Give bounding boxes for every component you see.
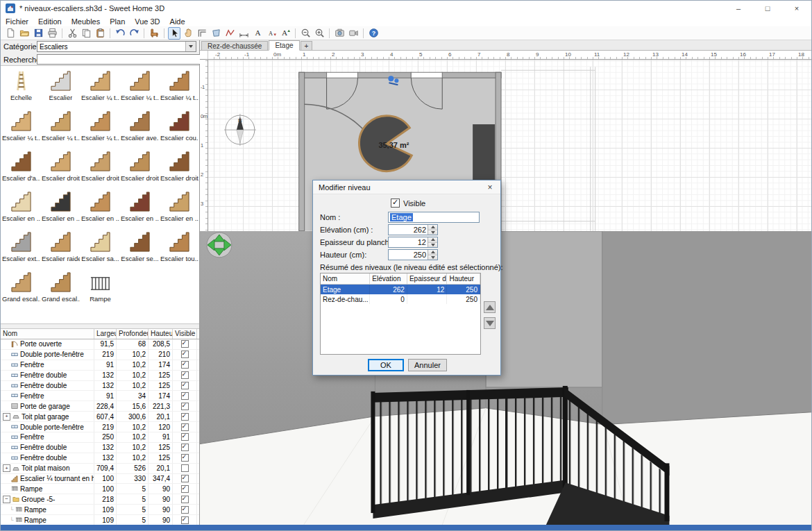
column-header-profondeur[interactable]: Profondeur (117, 329, 149, 339)
furniture-row-double-porte-fen-tre-1[interactable]: Double porte-fenêtre21910,2210 (1, 350, 199, 360)
catalog-item-escalier-t-4[interactable]: Escalier ¼ t... (160, 66, 199, 106)
create-polylines-button[interactable] (223, 27, 236, 40)
dialog-close-button[interactable]: × (480, 180, 500, 194)
visible-checkbox[interactable] (181, 403, 189, 410)
furniture-row-fen-tre-double-4[interactable]: Fenêtre double13210,2125 (1, 381, 199, 391)
visible-checkbox[interactable] (181, 506, 189, 514)
furniture-row-rampe-16[interactable]: └Rampe109590 (1, 505, 199, 515)
decrease-text-size-button[interactable]: A (265, 27, 278, 40)
visible-checkbox[interactable] (181, 351, 189, 358)
catalog-item-escalier-t-2[interactable]: Escalier ¼ t... (81, 66, 120, 106)
minimize-button[interactable]: – (724, 1, 753, 16)
levels-column-epaisseur-d[interactable]: Epaisseur d... (407, 273, 448, 284)
visible-checkbox[interactable] (181, 454, 189, 462)
move-level-up-button[interactable] (484, 301, 496, 313)
furniture-row-groupe-5-15[interactable]: −Groupe -5-218590 (1, 494, 199, 505)
furniture-row-rampe-17[interactable]: └Rampe109590 (1, 515, 199, 525)
levels-column-el-vation[interactable]: Elévation (370, 273, 407, 284)
navigation-pad[interactable] (207, 233, 232, 258)
spinner-up-button[interactable] (428, 250, 437, 255)
menu-plan[interactable]: Plan (105, 17, 130, 26)
visible-checkbox[interactable] (181, 516, 189, 524)
save-plan-button[interactable] (32, 27, 44, 40)
catalog-item-escalier-t-6[interactable]: Escalier ¼ t... (41, 106, 81, 146)
search-input[interactable] (37, 54, 201, 65)
catalog-item-escalier-sa-22[interactable]: Escalier sa... (81, 227, 120, 267)
catalog-item-escalier-droit-11[interactable]: Escalier droit (41, 146, 81, 187)
visible-checkbox[interactable] (181, 382, 189, 389)
visible-checkbox[interactable] (181, 361, 189, 369)
furniture-row-fen-tre-2[interactable]: Fenêtre9110,2174 (1, 360, 199, 371)
visible-checkbox[interactable] (181, 464, 189, 472)
redo-button[interactable] (128, 27, 140, 40)
levels-column-hauteur[interactable]: Hauteur (447, 273, 480, 284)
visible-checkbox[interactable] (181, 413, 189, 421)
pan-button[interactable] (182, 27, 194, 40)
visible-checkbox[interactable] (181, 485, 189, 493)
tree-expand-toggle[interactable]: + (3, 413, 10, 421)
catalog-item-echelle-0[interactable]: Echelle (1, 66, 41, 106)
furniture-row-porte-ouverte-0[interactable]: Porte ouverte91,568208,5 (1, 339, 199, 350)
menu-meubles[interactable]: Meubles (67, 17, 105, 26)
increase-text-size-button[interactable]: A (279, 27, 291, 40)
create-photo-button[interactable] (333, 27, 346, 40)
catalog-item-escalier-d-a-10[interactable]: Escalier d'a... (1, 146, 41, 187)
help-button[interactable]: ? (367, 27, 380, 40)
print-plan-button[interactable] (46, 27, 58, 40)
create-dimensions-button[interactable] (237, 27, 250, 40)
furniture-row-fen-tre-9[interactable]: Fenêtre25010,291 (1, 432, 199, 443)
panel-splitter[interactable] (1, 323, 199, 329)
level-row-rez-de-chau[interactable]: Rez-de-chau...0250 (321, 294, 480, 304)
tree-expand-toggle[interactable]: + (3, 464, 10, 472)
spinner-up-button[interactable] (428, 237, 437, 243)
view-3d[interactable] (200, 231, 811, 525)
title-bar[interactable]: * niveaux-escaliers.sh3d - Sweet Home 3D… (1, 1, 811, 16)
catalog-item-escalier-en-17[interactable]: Escalier en ... (81, 187, 120, 227)
compass[interactable]: N (224, 114, 256, 146)
furniture-row-fen-tre-double-10[interactable]: Fenêtre double13210,2125 (1, 443, 199, 453)
open-plan-button[interactable] (18, 27, 31, 40)
visible-checkbox[interactable] (181, 371, 189, 379)
menu-vue-3d[interactable]: Vue 3D (130, 17, 164, 26)
ok-button[interactable]: OK (368, 359, 404, 371)
column-header-largeur[interactable]: Largeur (94, 329, 117, 339)
catalog-item-escalier-ext-20[interactable]: Escalier ext... (1, 227, 41, 267)
add-texts-button[interactable]: A (251, 27, 264, 40)
furniture-row-rampe-14[interactable]: Rampe100590 (1, 484, 199, 494)
undo-button[interactable] (114, 27, 126, 40)
paste-button[interactable] (94, 27, 106, 40)
furniture-row-fen-tre-double-11[interactable]: Fenêtre double13210,2125 (1, 453, 199, 464)
maximize-button[interactable]: □ (753, 1, 782, 16)
column-header-hauteur[interactable]: Hauteur (149, 329, 173, 339)
category-select[interactable]: Escaliers (37, 41, 196, 52)
spinner-down-button[interactable] (428, 243, 437, 248)
catalog-item-escalier-droit-14[interactable]: Escalier droit (160, 146, 199, 187)
menu-fichier[interactable]: Fichier (1, 17, 33, 26)
visible-checkbox[interactable] (181, 433, 189, 441)
dialog-title-bar[interactable]: Modifier niveau × (313, 180, 500, 194)
furniture-row-fen-tre-double-3[interactable]: Fenêtre double13210,2125 (1, 371, 199, 381)
catalog-item-escalier-en-16[interactable]: Escalier en ... (41, 187, 81, 227)
catalog-item-escalier-1[interactable]: Escalier (41, 66, 81, 106)
new-plan-button[interactable] (4, 27, 17, 40)
visible-checkbox[interactable] (181, 340, 189, 348)
furniture-row-toit-plat-garage-7[interactable]: +Toit plat garage607,4300,620,1 (1, 412, 199, 422)
column-header-visible[interactable]: Visible (173, 329, 197, 339)
furniture-row-escalier-tournant-en-haut-13[interactable]: Escalier ¼ tournant en haut100330347,4 (1, 474, 199, 484)
select-button[interactable] (168, 27, 180, 40)
visible-checkbox-row[interactable]: Visible (391, 199, 425, 208)
floor-thickness-spinner[interactable]: 12 (388, 237, 438, 248)
catalog-item-escalier-se-23[interactable]: Escalier se... (120, 227, 160, 267)
catalog-item-grand-escal-26[interactable]: Grand escal... (41, 267, 81, 307)
create-walls-button[interactable] (196, 27, 208, 40)
visible-checkbox[interactable] (181, 444, 189, 451)
level-row-etage[interactable]: Etage26212250 (321, 285, 480, 294)
catalog-item-escalier-t-3[interactable]: Escalier ¼ t... (120, 66, 160, 106)
tree-collapse-toggle[interactable]: − (3, 496, 10, 503)
create-rooms-button[interactable] (210, 27, 222, 40)
catalog-item-escalier-raide-21[interactable]: Escalier raide (41, 227, 81, 267)
plan-canvas[interactable]: 35,37 m² N (208, 60, 811, 231)
catalog-item-escalier-en-18[interactable]: Escalier en ... (120, 187, 160, 227)
close-button[interactable]: × (782, 1, 811, 16)
visible-checkbox[interactable] (181, 392, 189, 400)
